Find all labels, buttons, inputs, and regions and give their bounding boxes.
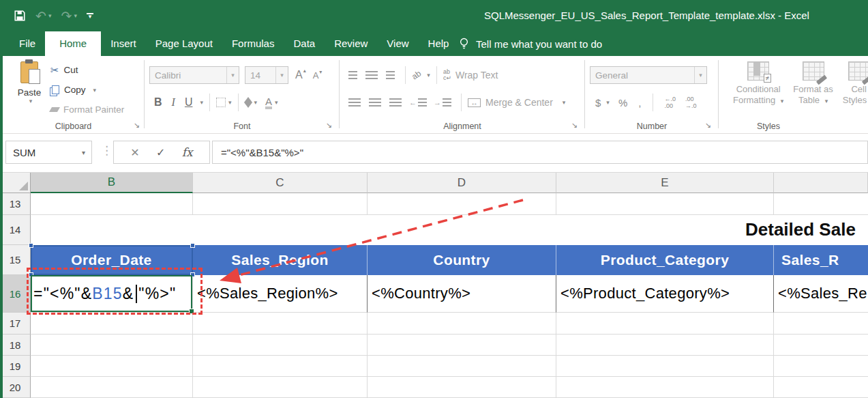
decrease-indent-icon[interactable]: ← <box>409 98 427 106</box>
redo-dropdown-icon[interactable]: ▾ <box>74 12 77 19</box>
cell-d20[interactable] <box>368 377 556 398</box>
tab-page-layout[interactable]: Page Layout <box>146 31 222 56</box>
align-top-icon[interactable] <box>348 71 357 79</box>
grow-font-button[interactable]: A ▴ <box>295 69 306 81</box>
alignment-dialog-launcher-icon[interactable]: ↘ <box>571 121 578 130</box>
cell-f19[interactable] <box>774 356 868 377</box>
cell-e13[interactable] <box>556 193 774 215</box>
shrink-font-button[interactable]: A ▾ <box>313 70 323 81</box>
italic-button[interactable]: I <box>172 96 175 109</box>
redo-button[interactable]: ↷ ▾ <box>61 10 76 23</box>
cell-f17[interactable] <box>774 313 868 335</box>
cell-f18[interactable] <box>774 335 868 356</box>
tab-help[interactable]: Help <box>419 31 459 56</box>
conditional-formatting-button[interactable]: ≠ Conditional Formatting ▾ <box>733 61 783 106</box>
column-header-b[interactable]: B <box>31 173 193 193</box>
formula-bar-grab-dots-icon[interactable]: ⋮ <box>101 143 113 158</box>
tab-view[interactable]: View <box>377 31 418 56</box>
paste-dropdown-icon[interactable]: ▾ <box>29 98 33 104</box>
row-header-14[interactable]: 14 <box>0 215 31 245</box>
undo-dropdown-icon[interactable]: ▾ <box>48 12 52 19</box>
cell-b13[interactable] <box>31 193 193 215</box>
underline-dropdown-icon[interactable]: ▾ <box>200 99 203 106</box>
increase-decimal-icon[interactable]: ←.0 .00 <box>664 96 676 109</box>
number-format-combobox[interactable]: General ▾ <box>590 66 707 84</box>
number-format-dropdown-icon[interactable]: ▾ <box>694 67 706 83</box>
cell-b17[interactable] <box>31 313 193 335</box>
format-as-table-button[interactable]: Format as Table ▾ <box>793 61 833 106</box>
tab-data[interactable]: Data <box>284 31 325 56</box>
column-header-d[interactable]: D <box>368 173 556 193</box>
tab-home[interactable]: Home <box>45 31 101 56</box>
align-right-icon[interactable] <box>389 98 402 106</box>
font-color-icon[interactable]: A <box>265 96 272 109</box>
currency-dropdown-icon[interactable]: ▾ <box>606 99 610 106</box>
cell-d13[interactable] <box>368 193 556 215</box>
row-14[interactable]: Detailed Sale <box>31 215 868 245</box>
enter-icon[interactable]: ✓ <box>156 146 165 159</box>
borders-dropdown-icon[interactable]: ▾ <box>228 99 232 106</box>
cell-f13[interactable] <box>774 193 868 215</box>
wrap-text-button[interactable]: Wrap Text <box>455 70 498 81</box>
font-size-combobox[interactable]: 14 ▾ <box>245 66 288 84</box>
number-dialog-launcher-icon[interactable]: ↘ <box>705 121 711 130</box>
font-color-dropdown-icon[interactable]: ▾ <box>275 99 278 106</box>
cell-c17[interactable] <box>193 313 368 335</box>
cell-b20[interactable] <box>31 377 193 398</box>
fill-color-icon[interactable] <box>243 97 252 108</box>
cancel-icon[interactable]: ✕ <box>130 146 139 159</box>
undo-button[interactable]: ↶ ▾ <box>35 10 51 23</box>
underline-button[interactable]: U <box>185 96 193 109</box>
row-header-17[interactable]: 17 <box>0 313 31 335</box>
tab-formulas[interactable]: Formulas <box>222 31 284 56</box>
copy-dropdown-icon[interactable]: ▾ <box>93 87 97 94</box>
tell-me-box[interactable]: Tell me what you want to do <box>458 31 602 56</box>
fill-color-dropdown-icon[interactable]: ▾ <box>254 99 258 106</box>
tab-review[interactable]: Review <box>325 31 377 56</box>
name-box-dropdown-icon[interactable]: ▾ <box>82 149 91 156</box>
cell-c13[interactable] <box>193 193 368 215</box>
cell-styles-button[interactable]: Cell Styles ▾ <box>843 61 868 106</box>
cell-f20[interactable] <box>774 377 868 398</box>
cell-c20[interactable] <box>193 377 368 398</box>
clipboard-dialog-launcher-icon[interactable]: ↘ <box>134 121 140 130</box>
orientation-dropdown-icon[interactable]: ▾ <box>427 72 430 79</box>
header-cell-sales-region[interactable]: Sales_Region <box>193 245 368 275</box>
comma-button[interactable]: , <box>638 97 641 109</box>
cell-c16[interactable]: <%Sales_Region%> <box>193 275 368 313</box>
save-icon[interactable] <box>14 10 26 22</box>
currency-button[interactable]: $ <box>595 97 601 109</box>
row-header-18[interactable]: 18 <box>0 335 31 356</box>
font-name-combobox[interactable]: Calibri ▾ <box>149 66 239 84</box>
cell-d16[interactable]: <%Country%> <box>368 275 556 313</box>
borders-icon[interactable] <box>216 98 226 107</box>
cell-e19[interactable] <box>556 356 774 377</box>
increase-indent-icon[interactable]: → <box>434 98 451 106</box>
align-bottom-icon[interactable] <box>386 71 395 79</box>
cell-e20[interactable] <box>556 377 774 398</box>
cell-e16[interactable]: <%Product_Category%> <box>556 275 774 313</box>
merge-center-button[interactable]: Merge & Center <box>485 97 553 108</box>
header-cell-country[interactable]: Country <box>368 245 556 275</box>
tab-insert[interactable]: Insert <box>101 31 146 56</box>
format-painter-button[interactable]: Format Painter <box>50 100 124 119</box>
header-cell-product-category[interactable]: Product_Category <box>556 245 774 275</box>
row-header-20[interactable]: 20 <box>0 377 31 398</box>
cell-c19[interactable] <box>193 356 368 377</box>
cell-f16[interactable]: <%Sales_Re <box>774 275 868 313</box>
tab-file[interactable]: File <box>10 31 45 56</box>
column-header-f[interactable] <box>774 173 868 193</box>
cell-b18[interactable] <box>31 335 193 356</box>
align-center-icon[interactable] <box>369 98 381 106</box>
font-name-dropdown-icon[interactable]: ▾ <box>226 67 239 83</box>
copy-button[interactable]: Copy ▾ <box>50 80 124 100</box>
insert-function-icon[interactable]: fx <box>182 145 193 159</box>
decrease-decimal-icon[interactable]: .00 →.0 <box>685 96 697 109</box>
column-header-e[interactable]: E <box>556 173 774 193</box>
orientation-icon[interactable]: ab <box>410 68 423 81</box>
align-left-icon[interactable] <box>348 98 361 106</box>
font-size-dropdown-icon[interactable]: ▾ <box>275 67 288 83</box>
cell-c18[interactable] <box>193 335 368 356</box>
cell-d17[interactable] <box>368 313 556 335</box>
align-middle-icon[interactable] <box>365 71 378 79</box>
